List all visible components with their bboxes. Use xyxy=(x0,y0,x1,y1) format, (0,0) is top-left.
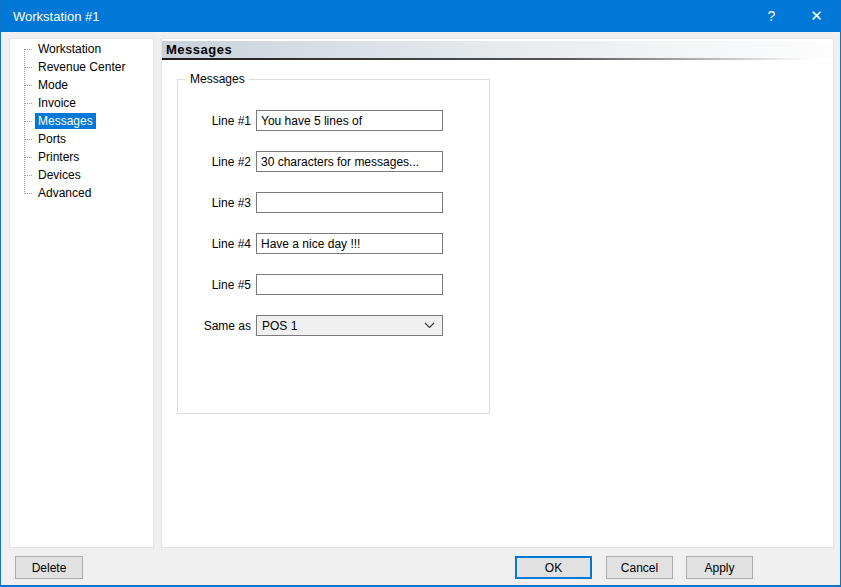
sidebar-item-messages[interactable]: Messages xyxy=(10,112,153,130)
groupbox-legend: Messages xyxy=(186,72,249,86)
same-as-dropdown-value: POS 1 xyxy=(262,319,297,333)
line5-field-row: Line #5 xyxy=(178,274,443,295)
sidebar-item-advanced[interactable]: Advanced xyxy=(10,184,153,202)
tree-branch-icon xyxy=(24,175,32,176)
same-as-dropdown[interactable]: POS 1 xyxy=(256,315,443,336)
tree-branch-icon xyxy=(24,121,32,122)
tree-branch-icon xyxy=(24,67,32,68)
same-as-label: Same as xyxy=(178,319,251,333)
tree-branch-icon xyxy=(24,157,32,158)
line1-field-row: Line #1 xyxy=(178,110,443,131)
line1-label: Line #1 xyxy=(178,114,251,128)
sidebar-item-mode[interactable]: Mode xyxy=(10,76,153,94)
tree-branch-icon xyxy=(24,139,32,140)
content-panel: Messages Messages Line #1 Line #2 Line #… xyxy=(161,38,834,548)
line2-field-row: Line #2 xyxy=(178,151,443,172)
page-title-underline xyxy=(162,58,833,60)
line3-label: Line #3 xyxy=(178,196,251,210)
line2-input[interactable] xyxy=(256,151,443,172)
sidebar-tree-panel: Workstation Revenue Center Mode Invoice … xyxy=(9,38,154,548)
titlebar: Workstation #1 ? ✕ xyxy=(0,0,841,32)
tree-branch-icon xyxy=(24,85,32,86)
sidebar-item-label: Printers xyxy=(35,149,82,165)
ok-button[interactable]: OK xyxy=(515,556,592,579)
line3-input[interactable] xyxy=(256,192,443,213)
tree-guide-line xyxy=(24,49,25,194)
sidebar-item-invoice[interactable]: Invoice xyxy=(10,94,153,112)
window-title: Workstation #1 xyxy=(0,9,99,24)
footer-bar: Delete OK Cancel Apply xyxy=(1,548,840,587)
line5-label: Line #5 xyxy=(178,278,251,292)
tree-branch-icon xyxy=(24,193,32,194)
line4-label: Line #4 xyxy=(178,237,251,251)
dialog-window: Workstation #1 ? ✕ Workstation Revenue C… xyxy=(0,0,841,587)
sidebar-item-revenue-center[interactable]: Revenue Center xyxy=(10,58,153,76)
settings-tree: Workstation Revenue Center Mode Invoice … xyxy=(10,39,153,202)
sidebar-item-label: Revenue Center xyxy=(35,59,128,75)
delete-button[interactable]: Delete xyxy=(15,556,83,579)
sidebar-item-label: Ports xyxy=(35,131,69,147)
sidebar-item-label: Devices xyxy=(35,167,84,183)
apply-button[interactable]: Apply xyxy=(686,556,753,579)
sidebar-item-devices[interactable]: Devices xyxy=(10,166,153,184)
tree-branch-icon xyxy=(24,49,32,50)
line5-input[interactable] xyxy=(256,274,443,295)
line2-label: Line #2 xyxy=(178,155,251,169)
sidebar-item-workstation[interactable]: Workstation xyxy=(10,40,153,58)
line4-input[interactable] xyxy=(256,233,443,254)
sidebar-item-printers[interactable]: Printers xyxy=(10,148,153,166)
chevron-down-icon xyxy=(424,322,435,329)
help-button[interactable]: ? xyxy=(749,0,794,32)
tree-branch-icon xyxy=(24,103,32,104)
close-button[interactable]: ✕ xyxy=(794,0,839,32)
messages-groupbox: Messages Line #1 Line #2 Line #3 Line #4… xyxy=(177,79,490,414)
cancel-button[interactable]: Cancel xyxy=(606,556,673,579)
sidebar-item-label: Workstation xyxy=(35,41,104,57)
sidebar-item-label: Messages xyxy=(35,113,96,129)
line3-field-row: Line #3 xyxy=(178,192,443,213)
sidebar-item-label: Mode xyxy=(35,77,71,93)
sidebar-item-ports[interactable]: Ports xyxy=(10,130,153,148)
line4-field-row: Line #4 xyxy=(178,233,443,254)
same-as-field-row: Same as POS 1 xyxy=(178,315,443,336)
line1-input[interactable] xyxy=(256,110,443,131)
page-title: Messages xyxy=(162,41,833,58)
sidebar-item-label: Invoice xyxy=(35,95,79,111)
sidebar-item-label: Advanced xyxy=(35,185,94,201)
